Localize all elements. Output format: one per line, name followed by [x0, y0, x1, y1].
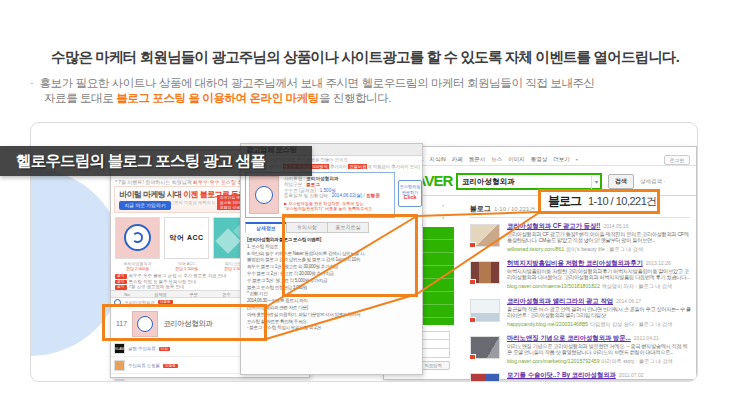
tab-detail-info[interactable]: 상세정보: [245, 222, 287, 233]
clinic-thumbnail: [132, 311, 158, 337]
result-date: 2014.05.16: [603, 223, 628, 229]
clinic-thumbnail: [249, 176, 279, 214]
description-line-2: 자료를 토대로 블로그 포스팅 을 이용하여 온라인 마케팅을 진행합니다.: [30, 91, 710, 106]
blog-result-item: 코리아성형외과 앨리그라의 광고 작업2014.06.17 출근길에 작은 버스…: [470, 297, 692, 333]
result-date: 2014.06.17: [616, 298, 641, 304]
result-title-link[interactable]: 마리노앤징 기념으로 코리아성형외과 방문...: [507, 334, 631, 341]
result-title-link[interactable]: 허벅지지방흡입비용 저렴한 코리아성형외과후기: [507, 259, 643, 266]
result-url-link[interactable]: blog.naver.com/marketing/12015792459: [507, 358, 600, 364]
tab-news[interactable]: 뉴스: [491, 156, 502, 163]
join-button[interactable]: 지금 바로 가입하기: [119, 201, 171, 210]
result-blog-name: 타임캡의 감성 쉼터: [590, 321, 634, 327]
search-button[interactable]: 검색: [608, 174, 634, 189]
status-badge: 마감: [159, 347, 170, 351]
result-url-link[interactable]: blog.naver.com/maeme13/50181801822: [507, 283, 600, 289]
blog-badge-icon: [469, 317, 476, 323]
blog-result-item: 코리아성형외과 CF 광고가 등장!!2014.05.16 코리아성형외과 CF…: [470, 222, 692, 258]
result-thumbnail[interactable]: [470, 336, 500, 359]
advanced-search-link[interactable]: 상세검색 ·: [640, 178, 665, 185]
result-date: 2012.04.21: [634, 335, 659, 341]
search-input[interactable]: 코리아성형외과▾: [456, 173, 602, 190]
result-date: 2013.12.26: [646, 260, 671, 266]
tab-web[interactable]: 웹문서: [469, 156, 486, 163]
tab-materials[interactable]: 홍보자료실: [327, 222, 369, 233]
posting-detail-window: 광고업체 포스팅 광고업체 포스팅으로 높은 수익 활동을 만들어 보세요. *…: [240, 143, 423, 375]
sample-banner: 헬로우드림의 블로그 포스팅 광고 샘플: [0, 146, 312, 176]
result-count-callout: 블로그 1-10 / 10,221건: [538, 189, 660, 214]
result-thumbnail[interactable]: [470, 299, 500, 322]
row-thumbnail: [114, 299, 121, 306]
clinic-logo-icon: [124, 224, 151, 251]
results-header: 블로그1-10 / 10,221건: [470, 204, 535, 214]
bullet-dot: ·: [30, 77, 33, 89]
result-url-link[interactable]: willowtad.tistory.com/861: [507, 246, 564, 252]
login-button[interactable]: 로그인: [664, 155, 690, 165]
status-badge: 진행중: [158, 300, 173, 304]
table-row[interactable]: 수지몰 진행중: [111, 375, 309, 382]
blog-result-item: 마리노앤징 기념으로 코리아성형외과 방문...2012.04.21 마리노앤징…: [470, 334, 692, 370]
search-dropdown-icon[interactable]: ▾: [591, 176, 598, 189]
result-url-link[interactable]: happycandy.blog.me/220031468B5: [507, 321, 588, 327]
info-fields: 사이트명 : 코리아성형외과 작업구분 : 블로그 수수료 (공제전) : 1,…: [284, 176, 392, 211]
naver-search-window: Naver 검색 블로그 지식iN 카페 웹문서 뉴스 이미지 동영상 더보기 …: [383, 146, 697, 380]
row-number: 117: [116, 320, 127, 327]
advertiser-card-korea-clinic[interactable]: [115, 217, 160, 259]
result-date: 2011.07.02: [619, 372, 644, 378]
result-title-link[interactable]: 코리아성형외과 앨리그라의 광고 작업: [507, 297, 613, 304]
result-snippet: 코리아성형외과 쌍꺼풀 - 80만 원 절개 - 100만 원 매몰 - 120…: [507, 380, 691, 382]
click-label: Click: [399, 195, 421, 201]
result-blog-name: 봄이's beauty life: [566, 246, 605, 252]
result-snippet: 마리노앤징 기념으로 코리아성형외과 방문했던 거에요. -- 중국 현지방송에…: [507, 343, 691, 356]
chevron-right-icon: ›: [442, 202, 444, 208]
status-badge: 진행중: [163, 364, 178, 368]
result-thumbnail[interactable]: [470, 373, 500, 382]
result-blog-name: 책상멍이 되자: [601, 283, 634, 289]
advertiser-card-acc[interactable]: 악어 ACC: [164, 217, 209, 259]
blog-result-item: 모기를 수술이닷..? By 코리아성형외과2011.07.02 코리아성형외과…: [470, 371, 692, 382]
detail-tabs: 상세정보 유의사항 홍보자료실: [245, 222, 368, 233]
blog-result-item: 허벅지지방흡입비용 저렴한 코리아성형외과후기2013.12.26 허벅지지방흡…: [470, 259, 692, 295]
complete-posting-button[interactable]: 포스팅작업완료하기 Click: [398, 180, 422, 207]
row-thumbnail: [114, 360, 125, 371]
page-title: 수많은 마케터 회원님들이 광고주님의 상품이나 사이트광고를 할 수 있도록 …: [0, 48, 730, 67]
result-thumbnail[interactable]: [470, 224, 500, 247]
blog-badge-icon: [469, 242, 476, 248]
description-line-1: ·홍보가 필요한 사이트나 상품에 대하여 광고주님께서 보내 주시면 헬로우드…: [30, 76, 710, 91]
detail-content: [코리아성형외과 블로그 포스팅 이벤트] 1. 포스팅 작성료 a. 하단의 …: [247, 237, 419, 332]
result-snippet: 허벅지지방흡입비용 저렴한 코리아성형외과후기 허벅지지방흡입비용 알아보았고 …: [507, 268, 691, 281]
page-description: ·홍보가 필요한 사이트나 상품에 대하여 광고주님께서 보내 주시면 헬로우드…: [30, 76, 710, 106]
highlighted-phrase: 블로그 포스팅 을 이용하여 온라인 마케팅: [116, 92, 319, 104]
completion-notice: ▶ 포스팅작업을 완료 하셨다면, 우측에 있는"포스팅작업완료하기" 버튼을 …: [284, 201, 392, 211]
tab-precautions[interactable]: 유의사항: [286, 222, 328, 233]
callout-label: 블로그: [548, 193, 581, 210]
tab-more[interactable]: 더보기: [553, 156, 570, 163]
result-thumbnail[interactable]: [470, 261, 500, 284]
callout-count: 1-10 / 10,221건: [588, 194, 657, 209]
tab-video[interactable]: 동영상: [531, 156, 548, 163]
chevron-right-icon: ›: [442, 214, 444, 220]
advertiser-name[interactable]: 코리아성형외과: [163, 319, 212, 329]
tab-image[interactable]: 이미지: [508, 156, 525, 163]
chevron-down-icon: ▾: [576, 157, 578, 162]
blog-badge-icon: [469, 279, 476, 285]
result-title-link[interactable]: 코리아성형외과 CF 광고가 등장!!: [507, 222, 600, 229]
result-snippet: 출근길에 작은 버스 광고 안에 걸려서 만나면 반가워서 손 흔들어 주고 싶…: [507, 306, 691, 319]
result-blog-name: 마리아트 story: [601, 358, 634, 364]
results-divider: [470, 217, 690, 218]
row-thumbnail: GLAM: [114, 343, 125, 354]
result-title-link[interactable]: 모기를 수술이닷..? By 코리아성형외과: [507, 371, 616, 378]
naver-search-tabs: 검색 블로그 지식iN 카페 웹문서 뉴스 이미지 동영상 더보기 ▾: [384, 154, 696, 166]
blog-badge-icon: [469, 354, 476, 360]
tab-kin[interactable]: 지식iN: [430, 156, 446, 163]
result-snippet: 코리아성형외과 CF 광고가 등장!! 현직 아이돌 제작진의 문의로 코리아성…: [507, 231, 691, 244]
tab-cafe[interactable]: 카페: [452, 156, 463, 163]
advertiser-info-box: 사이트명 : 코리아성형외과 작업구분 : 블로그 수수료 (공제전) : 1,…: [245, 172, 395, 218]
status-badge: 진행중: [144, 381, 159, 382]
row-thumbnail: [114, 378, 125, 383]
